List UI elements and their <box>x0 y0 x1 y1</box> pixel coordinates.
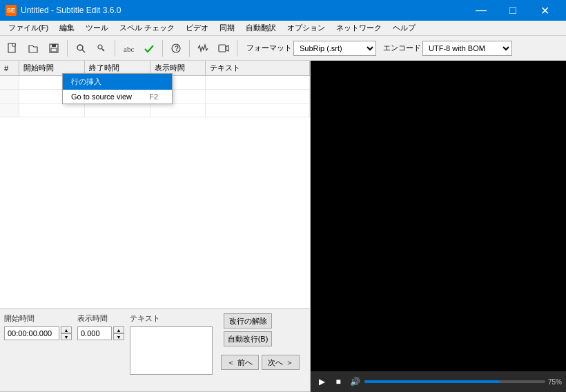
edit-panel: 開始時間 ▲ ▼ 表示時間 ▲ ▼ <box>0 309 310 392</box>
menu-edit[interactable]: 編集 <box>54 21 80 35</box>
video-controls: ▶ ■ 🔊 75% <box>311 371 566 392</box>
menu-autotranslate[interactable]: 自動翻訳 <box>240 21 282 35</box>
wrap-button[interactable]: 改行の解除 <box>224 313 272 329</box>
main-content: # 開始時間 終了時間 表示時間 テキスト <box>0 61 566 392</box>
format-select[interactable]: SubRip (.srt) <box>293 41 376 56</box>
video-display[interactable] <box>311 61 566 371</box>
title-bar-left: SE Untitled - Subtitle Edit 3.6.0 <box>6 5 121 16</box>
start-time-group: 開始時間 ▲ ▼ <box>4 313 72 340</box>
duration-group: 表示時間 ▲ ▼ <box>77 313 124 340</box>
save-button[interactable] <box>44 39 64 58</box>
left-panel: # 開始時間 終了時間 表示時間 テキスト <box>0 61 311 392</box>
col-header-text: テキスト <box>206 61 310 75</box>
text-label: テキスト <box>130 313 213 324</box>
menu-file[interactable]: ファイル(F) <box>3 21 54 35</box>
encode-label: エンコード <box>383 43 421 53</box>
menu-spell[interactable]: スペル チェック <box>114 21 180 35</box>
menu-bar: ファイル(F) 編集 ツール スペル チェック ビデオ 同期 自動翻訳 オプショ… <box>0 21 566 36</box>
context-menu: 行の挿入 Go to source view F2 <box>62 73 173 104</box>
svg-marker-1 <box>12 43 15 46</box>
duration-up[interactable]: ▲ <box>113 326 124 333</box>
encode-select[interactable]: UTF-8 with BOM <box>422 41 512 56</box>
toolbar-separator-1 <box>67 40 68 57</box>
start-time-up[interactable]: ▲ <box>61 326 72 333</box>
context-menu-goto-source[interactable]: Go to source view F2 <box>63 90 172 104</box>
video-play-button[interactable]: ▶ <box>315 375 329 389</box>
col-header-num: # <box>0 61 19 75</box>
video-volume-button[interactable]: 🔊 <box>348 375 362 389</box>
text-edit-area[interactable] <box>130 326 213 375</box>
window-controls: — □ ✕ <box>465 0 560 21</box>
start-time-label: 開始時間 <box>4 313 72 324</box>
menu-network[interactable]: ネットワーク <box>331 21 387 35</box>
nav-buttons: ＜ 前へ 次へ ＞ <box>221 355 300 370</box>
start-time-down[interactable]: ▼ <box>61 333 72 340</box>
video-time: 75% <box>548 378 562 386</box>
toolbar-separator-5 <box>237 40 237 57</box>
prev-button[interactable]: ＜ 前へ <box>221 355 259 370</box>
next-button[interactable]: 次へ ＞ <box>262 355 300 370</box>
start-time-row: ▲ ▼ <box>4 326 72 340</box>
replace-button[interactable] <box>92 39 111 58</box>
video-progress[interactable] <box>364 380 545 383</box>
svg-rect-4 <box>51 48 57 52</box>
start-time-spin: ▲ ▼ <box>61 326 72 340</box>
svg-rect-12 <box>219 45 226 52</box>
edit-right-buttons: 改行の解除 自動改行(B) <box>224 313 300 346</box>
toolbar: abc ? フォーマット SubRip (.srt) エンコード UTF-8 w… <box>0 36 566 61</box>
title-bar: SE Untitled - Subtitle Edit 3.6.0 — □ ✕ <box>0 0 566 21</box>
app-icon: SE <box>6 5 17 16</box>
duration-label: 表示時間 <box>77 313 124 324</box>
maximize-button[interactable]: □ <box>497 0 529 21</box>
svg-marker-13 <box>226 46 228 51</box>
check-button[interactable] <box>139 39 159 58</box>
toolbar-separator-2 <box>115 40 115 57</box>
toolbar-separator-3 <box>162 40 163 57</box>
svg-text:abc: abc <box>124 45 134 53</box>
video-progress-fill <box>364 380 500 383</box>
menu-video[interactable]: ビデオ <box>180 21 214 35</box>
menu-tools[interactable]: ツール <box>80 21 114 35</box>
new-button[interactable] <box>3 39 22 58</box>
svg-point-5 <box>77 45 83 50</box>
toolbar-separator-4 <box>189 40 190 57</box>
duration-row: ▲ ▼ <box>77 326 124 340</box>
menu-help[interactable]: ヘルプ <box>387 21 421 35</box>
svg-line-6 <box>82 50 85 52</box>
close-button[interactable]: ✕ <box>529 0 560 21</box>
menu-sync[interactable]: 同期 <box>214 21 240 35</box>
context-menu-insert-row[interactable]: 行の挿入 <box>63 74 172 90</box>
minimize-button[interactable]: — <box>465 0 497 21</box>
auto-wrap-button[interactable]: 自動改行(B) <box>224 331 272 346</box>
waveform-button[interactable] <box>193 39 213 58</box>
video-stop-button[interactable]: ■ <box>331 375 345 389</box>
duration-input[interactable] <box>77 326 112 340</box>
video-button[interactable] <box>214 39 233 58</box>
menu-options[interactable]: オプション <box>282 21 331 35</box>
start-time-input[interactable] <box>4 326 59 340</box>
window-title: Untitled - Subtitle Edit 3.6.0 <box>21 6 121 15</box>
spell-check-button[interactable]: abc <box>119 39 138 58</box>
subtitle-table-area: # 開始時間 終了時間 表示時間 テキスト <box>0 61 310 309</box>
table-row[interactable] <box>0 104 310 117</box>
text-group: テキスト <box>130 313 213 375</box>
find-button[interactable] <box>71 39 90 58</box>
video-panel: ▶ ■ 🔊 75% <box>311 61 566 392</box>
format-label: フォーマット <box>246 43 292 53</box>
help-button[interactable]: ? <box>166 39 186 58</box>
svg-rect-3 <box>52 44 56 47</box>
open-button[interactable] <box>23 39 43 58</box>
duration-spin: ▲ ▼ <box>113 326 124 340</box>
duration-down[interactable]: ▼ <box>113 333 124 340</box>
svg-text:?: ? <box>175 45 179 52</box>
svg-point-7 <box>98 45 102 49</box>
